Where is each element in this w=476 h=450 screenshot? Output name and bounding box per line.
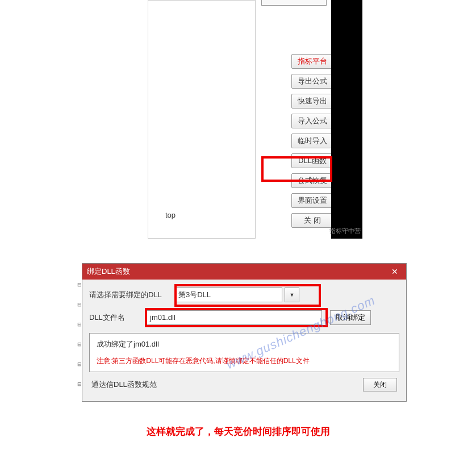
dropdown-arrow-icon[interactable]: ▼	[285, 288, 299, 302]
dll-select-input[interactable]: 第3号DLL	[174, 288, 282, 302]
cancel-bind-button[interactable]: 取消绑定	[330, 310, 371, 325]
dialog-titlebar: 绑定DLL函数 ✕	[82, 264, 406, 280]
file-label: DLL文件名	[89, 312, 146, 323]
file-row: DLL文件名 jm01.dll 取消绑定	[89, 310, 399, 325]
black-sidebar: 指标守中营	[331, 0, 362, 239]
ui-settings-button[interactable]: 界面设置	[291, 193, 334, 208]
dll-select-wrap: 第3号DLL ▼	[174, 288, 299, 302]
top-screenshot: top 指标平台 导出公式 快速导出 导入公式 临时导入 DLL函数 公式恢复 …	[148, 0, 358, 239]
export-formula-button[interactable]: 导出公式	[291, 74, 334, 89]
dll-file-input[interactable]: jm01.dll	[146, 310, 322, 325]
dialog-body: 请选择需要绑定的DLL 第3号DLL ▼ DLL文件名 jm01.dll 取消绑…	[82, 280, 406, 399]
left-panel-text: top	[165, 211, 176, 219]
info-box: 成功绑定了jm01.dll 注意:第三方函数DLL可能存在恶意代码,请谨慎绑定不…	[89, 333, 399, 372]
warning-message: 注意:第三方函数DLL可能存在恶意代码,请谨慎绑定不能信任的DLL文件	[97, 356, 392, 366]
select-dll-row: 请选择需要绑定的DLL 第3号DLL ▼	[89, 288, 399, 302]
dialog-close-button[interactable]: 关闭	[363, 378, 397, 391]
formula-restore-button[interactable]: 公式恢复	[291, 173, 334, 188]
dialog-title-text: 绑定DLL函数	[87, 267, 130, 276]
dll-function-button[interactable]: DLL函数	[291, 153, 334, 168]
small-edge-marks: ⊟⊟⊟⊟⊟⊟	[77, 274, 82, 394]
left-panel: top	[148, 0, 256, 239]
import-formula-button[interactable]: 导入公式	[291, 114, 334, 128]
bind-dll-dialog: 绑定DLL函数 ✕ 请选择需要绑定的DLL 第3号DLL ▼ DLL文件名 jm…	[82, 263, 407, 402]
quick-export-button[interactable]: 快速导出	[291, 94, 334, 109]
success-message: 成功绑定了jm01.dll	[97, 339, 392, 349]
bottom-instruction-text: 这样就完成了，每天竞价时间排序即可使用	[0, 425, 476, 438]
select-dll-label: 请选择需要绑定的DLL	[89, 290, 174, 300]
watermark-text: 指标守中营	[329, 227, 361, 235]
dialog-close-icon[interactable]: ✕	[383, 264, 406, 280]
dialog-bottom-row: 通达信DLL函数规范 关闭	[89, 378, 399, 391]
close-button[interactable]: 关 闭	[291, 213, 334, 228]
indicator-platform-button[interactable]: 指标平台	[291, 54, 334, 69]
temp-import-button[interactable]: 临时导入	[291, 134, 334, 148]
dll-spec-link[interactable]: 通达信DLL函数规范	[91, 380, 157, 390]
